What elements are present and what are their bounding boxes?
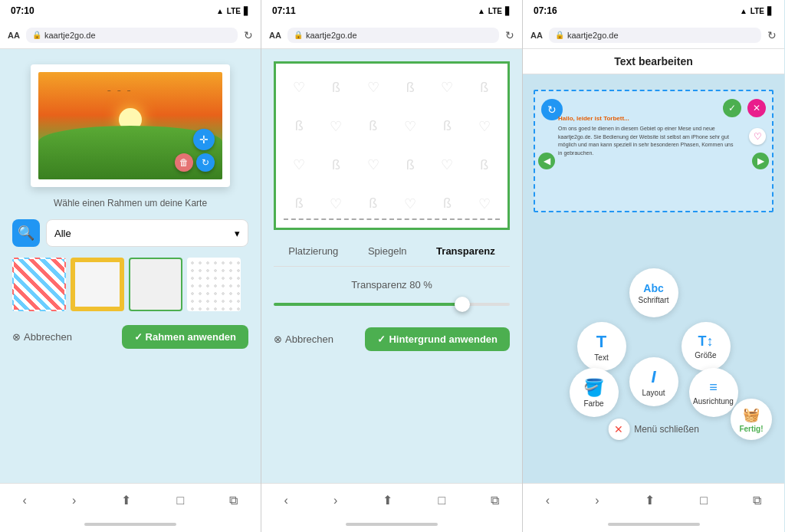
bottom-nav-2: ‹ › ⬆ □ ⧉ bbox=[261, 483, 522, 517]
signal-icon-3: ▲ bbox=[740, 7, 747, 15]
frame-thumb-dots[interactable] bbox=[187, 258, 241, 311]
nav-bookmarks-1[interactable]: □ bbox=[177, 494, 185, 507]
nav-back-2[interactable]: ‹ bbox=[284, 494, 288, 507]
nav-forward-2[interactable]: › bbox=[333, 494, 337, 507]
move-button[interactable]: ✛ bbox=[193, 129, 215, 150]
close-corner-button[interactable]: ✕ bbox=[747, 99, 766, 117]
url-text-1: kaartje2go.de bbox=[44, 31, 96, 40]
cancel-button-1[interactable]: ⊗ Abbrechen bbox=[12, 331, 72, 343]
fertig-button[interactable]: 🧺 Fertig! bbox=[731, 399, 772, 440]
browser-aa-1[interactable]: AA bbox=[8, 31, 20, 40]
s2-content: ♡ ß ♡ ß ♡ ß ß ♡ ß ♡ ß ♡ ♡ ß ♡ ß ♡ bbox=[261, 49, 522, 366]
heart-14: ß bbox=[319, 147, 353, 183]
radial-schriftart[interactable]: Abc Schriftart bbox=[629, 268, 678, 317]
card-text-content: Hallo, leider ist Torbett... Om ons goed… bbox=[558, 114, 734, 157]
right-arrow-button[interactable]: ▶ bbox=[752, 153, 769, 169]
reload-btn-1[interactable]: ↻ bbox=[244, 29, 253, 41]
nav-tabs-2[interactable]: ⧉ bbox=[491, 494, 499, 507]
nav-share-3[interactable]: ⬆ bbox=[645, 493, 655, 507]
nav-tabs-1[interactable]: ⧉ bbox=[229, 494, 238, 507]
nav-tabs-3[interactable]: ⧉ bbox=[753, 494, 761, 507]
nav-bookmarks-2[interactable]: □ bbox=[438, 494, 446, 507]
nav-share-2[interactable]: ⬆ bbox=[383, 493, 392, 507]
bottom-nav-3: ‹ › ⬆ □ ⧉ bbox=[523, 483, 784, 517]
browser-aa-3[interactable]: AA bbox=[530, 31, 543, 40]
radial-layout[interactable]: I Layout bbox=[629, 357, 678, 406]
groesse-icon: T↕ bbox=[698, 333, 714, 350]
heart-10: ♡ bbox=[393, 109, 427, 145]
tab-platzierung[interactable]: Platzierung bbox=[282, 242, 344, 260]
browser-bar-3: AA 🔒 kaartje2go.de ↻ bbox=[523, 21, 784, 49]
status-bar-2: 07:11 ▲ LTE ▋ bbox=[261, 0, 522, 21]
lte-label-2: LTE bbox=[488, 7, 502, 15]
cancel-button-2[interactable]: ⊗ Abbrechen bbox=[274, 333, 333, 345]
url-bar-2[interactable]: 🔒 kaartje2go.de bbox=[287, 28, 499, 43]
scale-button-2[interactable]: ↻ bbox=[196, 153, 215, 172]
radial-farbe[interactable]: 🪣 Farbe bbox=[570, 368, 619, 417]
radial-text[interactable]: T Text bbox=[577, 322, 626, 371]
reload-btn-3[interactable]: ↻ bbox=[767, 29, 777, 41]
tab-transparenz[interactable]: Transparenz bbox=[430, 242, 501, 260]
s2-background-card[interactable]: ♡ ß ♡ ß ♡ ß ß ♡ ß ♡ ß ♡ ♡ ß ♡ ß ♡ bbox=[274, 61, 510, 230]
lock-icon-3: 🔒 bbox=[555, 31, 564, 39]
s3-card-area[interactable]: ↻ ✓ ✕ ◀ ▶ ♡ Hallo, leider ist Torbett...… bbox=[534, 90, 774, 212]
farbe-icon: 🪣 bbox=[583, 378, 604, 398]
frame-thumbnails bbox=[12, 258, 248, 311]
s1-content: ~ ~ ~ ✛ 🗑 ↻ Wähle einen Rahmen um deine … bbox=[0, 49, 261, 360]
status-icons-1: ▲ LTE ▋ bbox=[216, 7, 250, 15]
heart-13: ♡ bbox=[282, 147, 316, 183]
status-time-1: 07:10 bbox=[11, 5, 34, 16]
browser-aa-2[interactable]: AA bbox=[269, 31, 281, 40]
dropdown-value: Alle bbox=[54, 228, 71, 239]
nav-share-1[interactable]: ⬆ bbox=[121, 493, 131, 507]
left-arrow-button[interactable]: ◀ bbox=[538, 153, 555, 169]
url-text-2: kaartje2go.de bbox=[306, 31, 357, 40]
transparency-slider[interactable] bbox=[274, 303, 510, 306]
frame-thumb-yellow[interactable] bbox=[71, 258, 124, 311]
dashed-divider bbox=[284, 218, 500, 220]
card-text-highlight: Hallo, leider ist Torbett... bbox=[558, 114, 734, 123]
status-bar-1: 07:10 ▲ LTE ▋ bbox=[0, 0, 261, 21]
heart-4: ß bbox=[393, 70, 427, 106]
status-bar-3: 07:16 ▲ LTE ▋ bbox=[523, 0, 784, 21]
slider-thumb[interactable] bbox=[455, 297, 470, 312]
close-menu-row: ✕ Menü schließen bbox=[608, 419, 699, 440]
radial-ausrichtung[interactable]: ≡ Ausrichtung bbox=[689, 368, 738, 417]
cancel-icon-1: ⊗ bbox=[12, 331, 21, 343]
heart-18: ß bbox=[468, 147, 501, 183]
apply-frame-button[interactable]: ✓ Rahmen anwenden bbox=[122, 325, 248, 349]
category-dropdown[interactable]: Alle ▾ bbox=[46, 219, 248, 247]
s3-content: ↻ ✓ ✕ ◀ ▶ ♡ Hallo, leider ist Torbett...… bbox=[523, 74, 784, 483]
search-button[interactable]: 🔍 bbox=[12, 219, 40, 247]
heart-2: ß bbox=[319, 70, 353, 106]
battery-icon-1: ▋ bbox=[244, 7, 250, 15]
status-time-2: 07:11 bbox=[272, 5, 296, 16]
heart-6: ß bbox=[468, 70, 501, 106]
url-bar-3[interactable]: 🔒 kaartje2go.de bbox=[549, 28, 761, 43]
apply-label-2: Hintergrund anwenden bbox=[389, 333, 498, 345]
ausrichtung-icon: ≡ bbox=[709, 379, 718, 396]
nav-back-1[interactable]: ‹ bbox=[23, 494, 27, 507]
tab-spiegeln[interactable]: Spiegeln bbox=[362, 242, 413, 260]
url-text-3: kaartje2go.de bbox=[567, 31, 619, 40]
nav-back-3[interactable]: ‹ bbox=[546, 494, 550, 507]
phone-screen-1: 07:10 ▲ LTE ▋ AA 🔒 kaartje2go.de ↻ ~ ~ ~ bbox=[0, 0, 261, 532]
radial-groesse[interactable]: T↕ Größe bbox=[682, 322, 731, 371]
nav-bookmarks-3[interactable]: □ bbox=[700, 494, 708, 507]
heart-21: ß bbox=[356, 186, 390, 222]
url-bar-1[interactable]: 🔒 kaartje2go.de bbox=[26, 28, 238, 43]
scale-button-1[interactable]: 🗑 bbox=[175, 153, 193, 172]
status-icons-3: ▲ LTE ▋ bbox=[740, 7, 774, 15]
reload-btn-2[interactable]: ↻ bbox=[505, 29, 514, 41]
apply-background-button[interactable]: ✓ Hintergrund anwenden bbox=[365, 327, 510, 351]
heart-9: ß bbox=[356, 109, 390, 145]
heart-11: ß bbox=[430, 109, 464, 145]
radial-menu: Abc Schriftart T Text T↕ Größe I Layout … bbox=[570, 253, 738, 422]
transparency-slider-row bbox=[274, 303, 510, 306]
nav-forward-3[interactable]: › bbox=[595, 494, 599, 507]
close-menu-button[interactable]: ✕ bbox=[608, 419, 629, 440]
heart-button[interactable]: ♡ bbox=[749, 128, 766, 145]
frame-thumb-selected[interactable] bbox=[129, 258, 182, 311]
nav-forward-1[interactable]: › bbox=[72, 494, 76, 507]
frame-thumb-confetti[interactable] bbox=[12, 258, 66, 311]
